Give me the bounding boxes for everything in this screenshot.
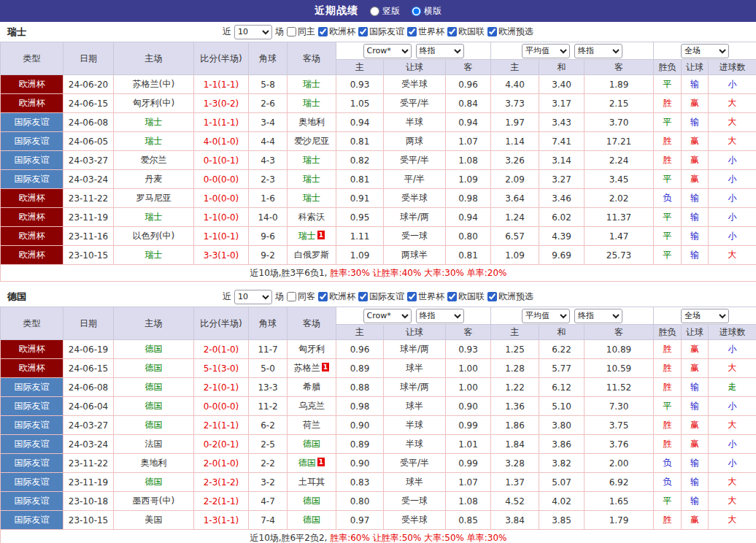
competition-filter-friendly[interactable]: 国际友谊 [358,26,404,38]
avg-home-odds: 4.52 [491,492,539,511]
competition-badge: 欧洲杯 [1,208,63,227]
avg-away-odds: 17.21 [585,132,654,151]
euroqualifier-checkbox[interactable] [487,292,497,301]
same-venue-filter[interactable]: 同客 [287,290,315,303]
layout-option-horizontal[interactable]: 横版 [412,5,441,18]
corner-score: 4-3 [249,151,288,170]
summary-record: 近10场,胜6平2负2, [250,533,331,543]
vertical-layout-radio[interactable] [370,7,379,16]
competition-badge: 国际友谊 [1,397,63,416]
match-score: 1-3(1-1) [194,511,249,530]
friendly-checkbox[interactable] [358,292,368,301]
handicap-home-odds: 0.91 [336,189,384,208]
home-team: 罗马尼亚 [114,189,194,208]
nationsleague-checkbox[interactable] [447,292,457,301]
handicap-away-odds: 0.94 [446,208,491,227]
handicap-line: 半球 [384,416,446,435]
avg-away-odds: 10.59 [585,359,654,378]
average-select[interactable]: 平均值 [522,309,570,323]
result-flag: 胜 [654,132,682,151]
recent-count-select[interactable]: 10 [234,25,272,39]
avg-home-odds: 2.09 [491,170,539,189]
competition-filter-worldcup[interactable]: 世界杯 [407,290,444,303]
goals-result-flag: 小 [709,170,756,189]
match-score: 1-1(0-0) [194,208,249,227]
handicap-home-odds: 1.09 [336,246,384,265]
competition-badge: 国际友谊 [1,113,63,132]
eurocup-checkbox[interactable] [318,292,328,301]
final-odds-select-2[interactable]: 终指 [574,44,622,58]
corner-score: 6-2 [249,416,288,435]
handicap-away-odds: 1.07 [446,473,491,492]
same-venue-checkbox[interactable] [287,292,296,301]
competition-filter-eurocup[interactable]: 欧洲杯 [318,290,355,303]
match-row: 国际友谊23-10-15美国1-3(1-1)7-4德国0.97受半球0.853.… [1,511,756,530]
match-row: 国际友谊23-10-18墨西哥(中)2-2(1-1)4-7德国0.80受一球1.… [1,492,756,511]
final-odds-select[interactable]: 终指 [416,44,464,58]
away-team: 德国1 [288,454,336,473]
team-name: 德国 [7,290,26,304]
sub-header-handicap: 让球 [384,60,446,75]
avg-draw-odds: 7.41 [539,132,585,151]
eurocup-checkbox[interactable] [318,27,328,36]
horizontal-layout-radio[interactable] [412,7,421,16]
red-card-badge: 1 [322,363,329,371]
handicap-result-flag: 赢 [682,435,709,454]
same-venue-checkbox[interactable] [287,27,296,36]
match-row: 国际友谊24-03-24丹麦0-0(0-0)2-3瑞士0.81平/半1.092.… [1,170,756,189]
average-odds-group-header: 平均值 终指 [491,307,654,325]
period-select[interactable]: 全场 [681,44,729,58]
goals-result-flag: 走 [709,378,756,397]
final-odds-select-2[interactable]: 终指 [574,309,622,323]
period-select[interactable]: 全场 [681,309,729,323]
handicap-result-flag: 赢 [682,132,709,151]
avg-draw-odds: 3.85 [539,511,585,530]
worldcup-checkbox[interactable] [407,292,417,301]
avg-draw-odds: 4.39 [539,227,585,246]
bookmaker-select[interactable]: Crow* [363,309,412,323]
home-team: 丹麦 [114,170,194,189]
competition-filter-friendly[interactable]: 国际友谊 [358,290,404,303]
competition-filter-nationsleague[interactable]: 欧国联 [447,26,485,38]
avg-away-odds: 11.52 [585,378,654,397]
recent-count-select[interactable]: 10 [234,290,272,304]
summary-row: 近10场,胜3平6负1, 胜率:30% 让胜率:40% 大率:30% 单率:20… [1,265,756,282]
competition-filter-eurocup[interactable]: 欧洲杯 [318,26,355,38]
competition-filter-worldcup[interactable]: 世界杯 [407,26,444,38]
layout-option-vertical[interactable]: 竖版 [370,5,400,18]
friendly-checkbox[interactable] [358,27,368,36]
result-flag: 胜 [654,416,682,435]
final-odds-select[interactable]: 终指 [416,309,464,323]
competition-badge: 国际友谊 [1,170,63,189]
euroqualifier-checkbox[interactable] [487,27,497,36]
same-venue-filter[interactable]: 同主 [287,26,315,38]
average-select[interactable]: 平均值 [522,44,570,58]
handicap-home-odds: 0.81 [336,132,384,151]
handicap-result-flag: 赢 [682,94,709,113]
avg-draw-odds: 5.77 [539,359,585,378]
bookmaker-select[interactable]: Crow* [363,44,412,58]
nationsleague-checkbox[interactable] [447,27,457,36]
result-flag: 胜 [654,340,682,359]
match-score: 0-0(0-0) [194,170,249,189]
topbar: 近期战绩 竖版 横版 [0,0,756,22]
competition-badge: 国际友谊 [1,454,63,473]
avg-draw-odds: 3.27 [539,170,585,189]
handicap-result-flag: 输 [682,113,709,132]
avg-home-odds: 1.24 [491,208,539,227]
away-team: 荷兰 [288,416,336,435]
handicap-line: 半球 [384,113,446,132]
match-date: 23-10-15 [63,511,114,530]
result-flag: 平 [654,113,682,132]
competition-filter-nationsleague[interactable]: 欧国联 [447,290,485,303]
handicap-home-odds: 0.89 [336,359,384,378]
handicap-result-flag: 输 [682,208,709,227]
type-column-header: 类型 [1,307,63,340]
competition-filter-euroqualifier[interactable]: 欧洲预选 [487,290,533,303]
worldcup-checkbox[interactable] [407,27,417,36]
match-row: 国际友谊24-06-08瑞士1-1(1-1)3-4奥地利0.94半球0.941.… [1,113,756,132]
avg-home-odds: 1.22 [491,378,539,397]
avg-away-odds: 3.45 [585,170,654,189]
near-label: 近 [223,26,231,38]
competition-filter-euroqualifier[interactable]: 欧洲预选 [487,26,533,38]
